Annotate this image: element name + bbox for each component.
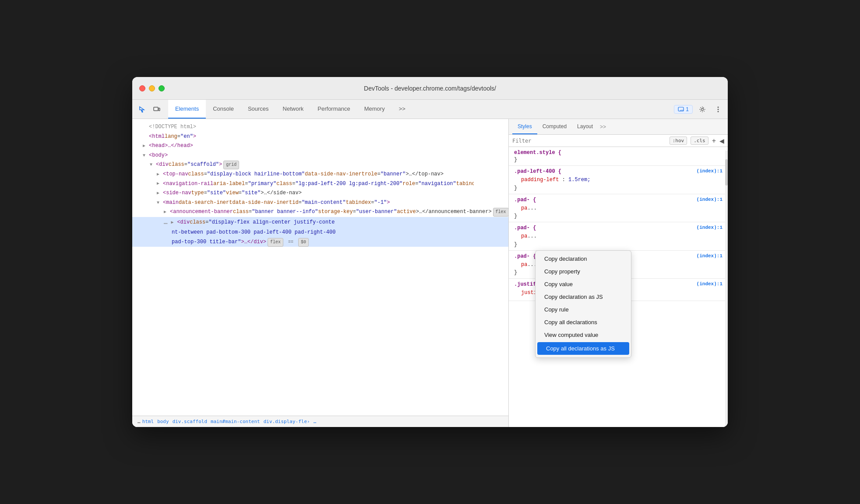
style-selector[interactable]: (index):1 .pad- { xyxy=(514,225,723,231)
dom-line[interactable]: <head>…</head> xyxy=(132,141,508,151)
dom-line[interactable]: <html lang="en" > xyxy=(132,132,508,142)
settings-button[interactable] xyxy=(696,103,708,116)
styles-scrollbar-thumb[interactable] xyxy=(725,159,728,186)
tab-console[interactable]: Console xyxy=(206,100,241,119)
tab-network[interactable]: Network xyxy=(276,100,311,119)
context-menu-item-copy-value[interactable]: Copy value xyxy=(536,278,631,290)
filter-input[interactable] xyxy=(512,138,666,144)
svg-point-4 xyxy=(718,106,719,108)
style-source[interactable]: (index):1 xyxy=(697,225,723,230)
expand-arrow[interactable] xyxy=(157,171,162,178)
message-badge[interactable]: 1 xyxy=(674,105,693,114)
select-element-icon[interactable] xyxy=(136,103,148,116)
context-menu-item-view-computed[interactable]: View computed value xyxy=(536,329,631,341)
more-options-button[interactable] xyxy=(712,103,724,116)
style-property[interactable]: padding-left : 1.5rem; xyxy=(514,175,723,185)
dom-line[interactable]: <navigation-rail aria-label="primary" cl… xyxy=(132,179,474,189)
tab-sources[interactable]: Sources xyxy=(241,100,276,119)
dom-line[interactable]: <side-nav type="site" view="site" >…</si… xyxy=(132,189,508,198)
tag-open: <top-nav xyxy=(163,170,188,179)
breadcrumb-more[interactable]: … xyxy=(314,419,317,424)
collapse-arrow[interactable] xyxy=(157,199,162,207)
attr-name: storage-key xyxy=(318,207,352,217)
eq-badge: == xyxy=(286,238,296,246)
dom-breadcrumb: … html body div.scaffold main#main-conte… xyxy=(132,416,508,427)
svg-rect-1 xyxy=(159,108,160,111)
expand-arrow[interactable] xyxy=(157,189,162,197)
breadcrumb-div[interactable]: div.display-fle› xyxy=(264,419,310,424)
style-source[interactable]: (index):1 xyxy=(697,168,723,174)
dom-line[interactable]: <!DOCTYPE html> xyxy=(132,122,508,132)
expand-arrow[interactable] xyxy=(157,180,162,188)
attr-value: "site" xyxy=(207,189,226,198)
context-menu-item-copy-declaration[interactable]: Copy declaration xyxy=(536,252,631,265)
style-close-brace: } xyxy=(514,157,723,163)
tab-performance[interactable]: Performance xyxy=(310,100,357,119)
add-style-button[interactable]: + xyxy=(712,137,716,144)
breadcrumb-html[interactable]: html xyxy=(142,419,154,424)
maximize-button[interactable] xyxy=(159,85,165,91)
style-selector[interactable]: (index):1 .pad- { xyxy=(514,197,723,203)
close-button[interactable] xyxy=(139,85,145,91)
dom-line-highlighted-cont2[interactable]: pad-top-300 title-bar" >…</div> flex == … xyxy=(132,238,508,247)
tab-more[interactable]: >> xyxy=(392,100,412,119)
dom-line[interactable]: <div class="scaffold" > grid xyxy=(132,160,508,170)
styles-scrollbar[interactable] xyxy=(725,150,728,427)
svg-point-5 xyxy=(718,108,719,110)
dom-content[interactable]: <!DOCTYPE html> <html lang="en" > <head>… xyxy=(132,119,508,416)
dom-line[interactable]: <main data-search-inert data-side-nav-in… xyxy=(132,198,508,208)
collapse-arrow[interactable] xyxy=(143,152,148,160)
attr-name: aria-label xyxy=(213,179,245,189)
attr-name: role xyxy=(365,170,377,179)
minimize-button[interactable] xyxy=(149,85,155,91)
tab-computed[interactable]: Computed xyxy=(537,119,572,134)
tab-bar-right: 1 xyxy=(674,103,724,116)
attr-name: role xyxy=(402,179,415,189)
tag-open: <main xyxy=(163,198,179,208)
breadcrumb-body[interactable]: body xyxy=(157,419,169,424)
tab-styles[interactable]: Styles xyxy=(512,119,537,134)
expand-arrow[interactable] xyxy=(143,142,148,150)
style-selector[interactable]: (index):1 .pad-left-400 { xyxy=(514,168,723,175)
expand-arrow[interactable] xyxy=(171,219,176,227)
toggle-sidebar-button[interactable]: ◀ xyxy=(719,137,724,144)
context-menu-item-copy-declaration-js[interactable]: Copy declaration as JS xyxy=(536,290,631,303)
device-toggle-icon[interactable] xyxy=(151,103,163,116)
tab-layout[interactable]: Layout xyxy=(572,119,598,134)
style-selector[interactable]: element.style { xyxy=(514,150,723,156)
style-source[interactable]: (index):1 xyxy=(697,253,723,259)
style-property[interactable]: pa... xyxy=(514,232,723,242)
dom-line[interactable]: <announcement-banner class="banner banne… xyxy=(132,207,508,217)
grid-badge[interactable]: grid xyxy=(223,161,239,169)
style-property[interactable]: pa... xyxy=(514,204,723,214)
context-menu-item-copy-rule[interactable]: Copy rule xyxy=(536,303,631,316)
dom-line[interactable]: <body> xyxy=(132,151,508,161)
dom-line-highlighted[interactable]: … <div class="display-flex align-center … xyxy=(132,217,508,228)
dom-line[interactable]: <top-nav class="display-block hairline-b… xyxy=(132,170,474,179)
context-menu-item-copy-all-declarations[interactable]: Copy all declarations xyxy=(536,316,631,329)
breadcrumb-dots: … xyxy=(137,419,141,424)
cls-filter-button[interactable]: .cls xyxy=(691,136,708,145)
context-menu-item-copy-property[interactable]: Copy property xyxy=(536,265,631,278)
hov-filter-button[interactable]: :hov xyxy=(670,136,687,145)
tab-elements[interactable]: Elements xyxy=(168,100,206,119)
dom-line-highlighted-cont[interactable]: nt-between pad-bottom-300 pad-left-400 p… xyxy=(132,228,508,238)
styles-panel: Styles Computed Layout >> :hov .cls + ◀ xyxy=(509,119,728,427)
flex-badge2[interactable]: flex xyxy=(268,238,283,247)
tag-open: <html xyxy=(149,132,165,142)
flex-badge[interactable]: flex xyxy=(493,208,508,217)
expand-arrow[interactable] xyxy=(164,208,169,216)
tab-memory[interactable]: Memory xyxy=(357,100,392,119)
attr-name: class xyxy=(169,160,184,170)
style-source[interactable]: (index):1 xyxy=(697,281,723,287)
attr-value: "navigation" xyxy=(418,179,456,189)
style-rule-element: element.style { } xyxy=(509,147,728,166)
attr-name: class xyxy=(190,218,205,228)
context-menu-item-copy-all-js[interactable]: Copy all declarations as JS xyxy=(537,342,629,355)
style-source[interactable]: (index):1 xyxy=(697,197,723,202)
breadcrumb-main[interactable]: main#main-content xyxy=(211,419,260,424)
dollar-badge: $0 xyxy=(298,238,309,247)
collapse-arrow[interactable] xyxy=(150,161,155,169)
breadcrumb-scaffold[interactable]: div.scaffold xyxy=(173,419,207,424)
styles-more-button[interactable]: >> xyxy=(600,124,606,130)
